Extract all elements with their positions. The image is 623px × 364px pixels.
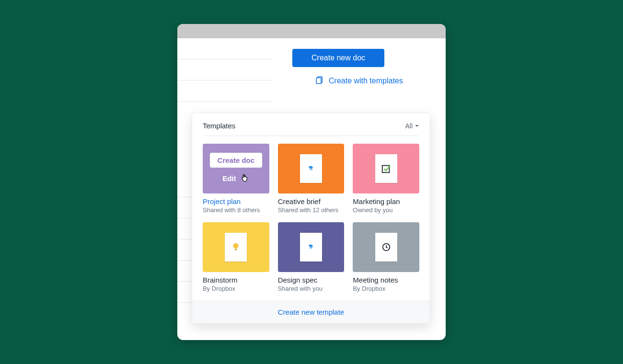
template-subtitle: By Dropbox <box>203 285 269 292</box>
create-with-templates-link[interactable]: Create with templates <box>315 76 403 86</box>
template-subtitle: Shared with 12 others <box>278 206 345 214</box>
svg-rect-3 <box>235 249 237 250</box>
create-new-template-link[interactable]: Create new template <box>278 308 344 316</box>
template-subtitle: By Dropbox <box>353 285 419 292</box>
doc-page-icon <box>375 233 397 262</box>
template-subtitle: Owned by you <box>353 206 419 214</box>
template-card[interactable]: Marketing planOwned by you <box>353 144 419 214</box>
template-title: Project plan <box>203 197 269 205</box>
template-thumbnail <box>353 222 419 272</box>
template-thumbnail <box>278 222 345 272</box>
templates-filter-dropdown[interactable]: All <box>405 122 419 130</box>
doc-page-icon <box>225 233 247 262</box>
template-title: Marketing plan <box>353 197 419 205</box>
window-titlebar <box>177 24 446 38</box>
doc-page-icon <box>300 154 322 183</box>
template-thumbnail <box>203 222 269 272</box>
doc-page-icon <box>300 233 322 262</box>
template-title: Creative brief <box>278 197 345 205</box>
doc-page-icon <box>375 154 397 183</box>
create-doc-from-template-button[interactable]: Create doc <box>210 153 263 168</box>
templates-heading: Templates <box>203 122 235 130</box>
template-card[interactable]: Create docEditProject planShared with 8 … <box>203 144 269 214</box>
template-card[interactable]: Creative briefShared with 12 others <box>278 144 345 214</box>
template-thumbnail: Create docEdit <box>203 144 269 193</box>
edit-template-button[interactable]: Edit <box>222 172 249 184</box>
template-title: Design spec <box>278 276 345 284</box>
templates-panel: Templates All Create docEditProject plan… <box>192 113 430 324</box>
templates-grid: Create docEditProject planShared with 8 … <box>192 136 430 301</box>
template-title: Meeting notes <box>353 276 419 284</box>
chevron-down-icon <box>415 122 419 130</box>
svg-rect-1 <box>316 78 321 84</box>
templates-icon <box>315 76 324 86</box>
template-thumbnail <box>278 144 345 193</box>
template-title: Brainstorm <box>203 276 269 284</box>
pointer-cursor-icon <box>239 172 250 184</box>
create-new-doc-button[interactable]: Create new doc <box>292 49 384 67</box>
template-card[interactable]: BrainstormBy Dropbox <box>203 222 269 292</box>
template-card[interactable]: Design specShared with you <box>278 222 345 292</box>
template-hover-overlay: Create docEdit <box>203 144 269 193</box>
template-card[interactable]: Meeting notesBy Dropbox <box>353 222 419 292</box>
template-subtitle: Shared with you <box>278 285 345 292</box>
create-with-templates-label: Create with templates <box>329 77 403 85</box>
app-window: Create new doc Create with templates Tem… <box>177 24 446 340</box>
edit-label: Edit <box>222 174 236 182</box>
template-subtitle: Shared with 8 others <box>203 206 269 214</box>
template-thumbnail <box>353 144 419 193</box>
filter-label: All <box>405 122 413 130</box>
